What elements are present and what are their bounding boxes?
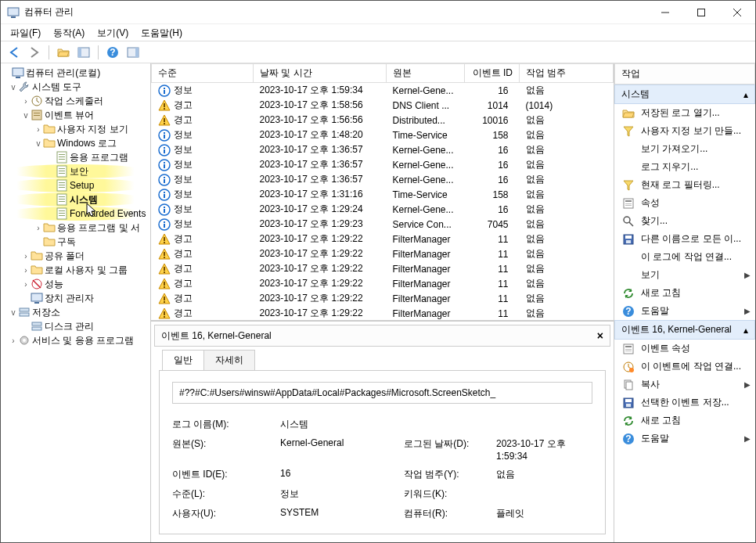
tree-log-application[interactable]: 응용 프로그램 [2,150,149,164]
show-hide-tree-button[interactable] [75,44,92,61]
label-eventid: 이벤트 ID(E): [172,468,274,481]
event-row[interactable]: 경고2023-10-17 오후 1:56:56Distributed...100… [152,113,614,128]
event-row[interactable]: 정보2023-10-17 오후 1:36:57Kernel-Gene...16없… [152,157,614,172]
event-row[interactable]: 정보2023-10-17 오후 1:59:34Kernel-Gene...16없… [152,83,614,99]
event-row[interactable]: 경고2023-10-17 오후 1:29:22FilterManager11없음 [152,291,614,306]
col-source[interactable]: 원본 [387,64,465,83]
event-row[interactable]: 경고2023-10-17 오후 1:29:22FilterManager11없음 [152,232,614,246]
col-category[interactable]: 작업 범주 [520,64,614,83]
toolbar [1,41,755,63]
show-hide-action-button[interactable] [124,44,142,61]
action-item[interactable]: 현재 로그 필터링... [614,176,755,194]
event-row[interactable]: 정보2023-10-17 오후 1:36:57Kernel-Gene...16없… [152,142,614,157]
label-keywords: 키워드(K): [404,487,490,501]
action-item[interactable]: 복사▶ [614,376,755,394]
collapse-icon: ▴ [743,89,748,100]
action-item[interactable]: 선택한 이벤트 저장... [614,394,755,412]
col-eventid[interactable]: 이벤트 ID [465,64,520,83]
event-row[interactable]: 경고2023-10-17 오후 1:29:22FilterManager11없음 [152,261,614,276]
maximize-button[interactable] [683,1,719,24]
event-row[interactable]: 경고2023-10-17 오후 1:29:22FilterManager11없음 [152,276,614,291]
tree-shared-folders[interactable]: ›공유 폴더 [2,249,149,263]
event-row[interactable]: 경고2023-10-17 오후 1:29:22FilterManager11없음 [152,246,614,261]
label-logged: 로그된 날짜(D): [404,437,490,462]
event-row[interactable]: 경고2023-10-17 오후 1:58:56DNS Client ...101… [152,98,614,113]
help-button[interactable] [104,44,121,61]
value-keywords [496,487,592,501]
value-computer: 플레잇 [496,507,592,520]
actions-pane: 작업 시스템▴ 저장된 로그 열기...사용자 지정 보기 만들...보기 가져… [614,63,755,542]
action-item[interactable]: 이 이벤트에 작업 연결... [614,358,755,376]
label-computer: 컴퓨터(R): [404,507,490,520]
tree-storage[interactable]: v저장소 [2,305,149,319]
up-button[interactable] [55,44,72,61]
action-item[interactable]: 사용자 지정 보기 만들... [614,122,755,140]
action-item[interactable]: 새로 고침 [614,412,755,430]
app-icon [7,6,20,19]
action-item[interactable]: 보기 가져오기... [614,140,755,158]
event-row[interactable]: 경고2023-10-17 오후 1:29:22FilterManager11없음 [152,321,614,322]
center-pane: 수준 날짜 및 시간 원본 이벤트 ID 작업 범주 정보2023-10-17 … [151,63,614,542]
tree-custom-views[interactable]: ›사용자 지정 보기 [2,122,149,136]
event-description: #??#C:#Users#winsw#AppData#Local#Package… [172,382,592,404]
actions-section-event[interactable]: 이벤트 16, Kernel-General▴ [614,320,755,340]
nav-tree[interactable]: 컴퓨터 관리(로컬) v시스템 도구 ›작업 스케줄러 v이벤트 뷰어 ›사용자… [1,63,151,542]
menu-file[interactable]: 파일(F) [5,26,45,39]
col-level[interactable]: 수준 [152,64,254,83]
label-user: 사용자(U): [172,507,274,520]
action-item[interactable]: 속성 [614,194,755,212]
tree-root[interactable]: 컴퓨터 관리(로컬) [2,66,149,80]
action-item[interactable]: 로그 지우기... [614,158,755,176]
menu-help[interactable]: 도움말(H) [136,26,187,39]
actions-header: 작업 [614,63,755,85]
action-item[interactable]: 저장된 로그 열기... [614,104,755,122]
tree-disk-management[interactable]: 디스크 관리 [2,319,149,333]
action-item[interactable]: 찾기... [614,212,755,230]
detail-close-icon[interactable]: × [597,329,603,342]
actions-section-system[interactable]: 시스템▴ [614,85,755,104]
tab-general[interactable]: 일반 [162,350,204,370]
value-logname: 시스템 [280,418,398,431]
tree-subscriptions[interactable]: 구독 [2,235,149,249]
event-row[interactable]: 정보2023-10-17 오후 1:29:23Service Con...704… [152,217,614,232]
label-source: 원본(S): [172,437,274,462]
action-item[interactable]: 도움말▶ [614,430,755,448]
tree-log-system[interactable]: 시스템 [2,192,149,207]
action-item[interactable]: 보기▶ [614,266,755,284]
event-row[interactable]: 정보2023-10-17 오후 1:36:57Kernel-Gene...16없… [152,172,614,187]
tree-task-scheduler[interactable]: ›작업 스케줄러 [2,94,149,108]
tree-windows-logs[interactable]: vWindows 로그 [2,136,149,150]
minimize-button[interactable] [647,1,683,24]
event-list[interactable]: 수준 날짜 및 시간 원본 이벤트 ID 작업 범주 정보2023-10-17 … [151,63,614,322]
event-row[interactable]: 경고2023-10-17 오후 1:29:22FilterManager11없음 [152,306,614,321]
back-button[interactable] [5,44,23,61]
forward-button[interactable] [26,44,43,61]
col-datetime[interactable]: 날짜 및 시간 [254,64,387,83]
action-item[interactable]: 이벤트 속성 [614,340,755,358]
menu-view[interactable]: 보기(V) [92,26,133,39]
tree-local-users[interactable]: ›로컬 사용자 및 그룹 [2,263,149,277]
tree-system-tools[interactable]: v시스템 도구 [2,80,149,94]
menu-action[interactable]: 동작(A) [49,26,89,39]
tree-log-setup[interactable]: Setup [2,178,149,192]
action-item[interactable]: 새로 고침 [614,284,755,302]
tree-device-manager[interactable]: 장치 관리자 [2,291,149,305]
action-item[interactable]: 이 로그에 작업 연결... [614,248,755,266]
tree-log-security[interactable]: 보안 [2,164,149,178]
tree-log-forwarded[interactable]: Forwarded Events [2,207,149,221]
value-user: SYSTEM [280,507,398,520]
titlebar: 컴퓨터 관리 [1,1,755,24]
tree-app-services-logs[interactable]: ›응용 프로그램 및 서 [2,221,149,235]
event-row[interactable]: 정보2023-10-17 오후 1:29:24Kernel-Gene...16없… [152,202,614,217]
label-category: 작업 범주(Y): [404,468,490,481]
tab-detail[interactable]: 자세히 [203,350,255,370]
value-source: Kernel-General [280,437,398,462]
event-row[interactable]: 정보2023-10-17 오후 1:48:20Time-Service158없음 [152,128,614,142]
close-button[interactable] [719,1,755,24]
action-item[interactable]: 다른 이름으로 모든 이... [614,230,755,248]
tree-event-viewer[interactable]: v이벤트 뷰어 [2,108,149,122]
action-item[interactable]: 도움말▶ [614,302,755,320]
event-row[interactable]: 정보2023-10-17 오후 1:31:16Time-Service158없음 [152,187,614,202]
tree-performance[interactable]: ›성능 [2,277,149,291]
tree-services-apps[interactable]: ›서비스 및 응용 프로그램 [2,333,149,347]
